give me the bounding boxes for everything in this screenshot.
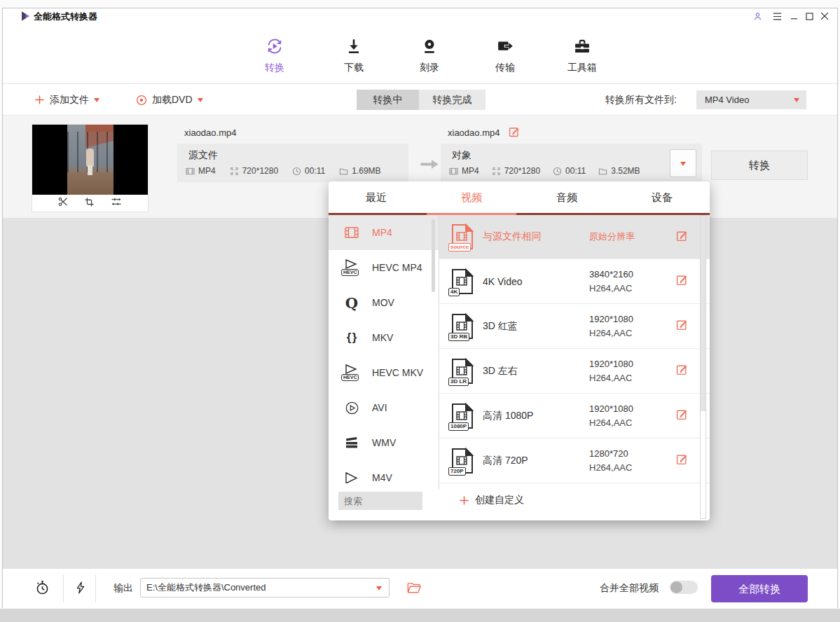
target-format-dropdown-button[interactable] — [670, 149, 696, 177]
clock-icon — [292, 167, 301, 176]
preset-3d-redblue[interactable]: 3D RB 3D 红蓝 1920*1080H264,AAC — [439, 303, 710, 348]
popup-tab-audio[interactable]: 音频 — [519, 181, 614, 213]
source-size: 1.69MB — [339, 166, 380, 176]
popup-tab-recent[interactable]: 最近 — [329, 181, 424, 213]
output-path-dropdown[interactable]: E:\全能格式转换器\Converted — [140, 578, 390, 597]
plus-icon — [34, 95, 45, 105]
format-item-mp4[interactable]: MP4 — [329, 215, 439, 250]
clock-icon — [553, 167, 562, 176]
merge-all-toggle[interactable] — [670, 581, 698, 594]
tab-finished[interactable]: 转换完成 — [419, 90, 486, 110]
preset-scrollbar[interactable] — [700, 215, 706, 519]
convert-all-button[interactable]: 全部转换 — [711, 575, 808, 602]
toolbox-icon — [544, 36, 621, 57]
preset-same-as-source[interactable]: source 与源文件相同 原始分辨率 — [439, 215, 710, 258]
convert-button[interactable]: 转换 — [711, 151, 808, 180]
preset-3d-leftright[interactable]: 3D LR 3D 左右 1920*1080H264,AAC — [439, 348, 710, 393]
chevron-down-icon — [794, 98, 799, 105]
minimize-button[interactable] — [787, 11, 800, 22]
target-format: MP4 — [449, 166, 479, 176]
source-resolution: 720*1280 — [230, 166, 278, 176]
preset-hd-720p[interactable]: 720P 高清 720P 1280*720H264,AAC — [439, 438, 710, 483]
cut-icon[interactable] — [57, 196, 69, 210]
folder-icon — [598, 167, 607, 176]
format-item-mkv[interactable]: { } MKV — [329, 320, 439, 355]
bottom-bar: 输出 E:\全能格式转换器\Converted 合并全部视频 全部转换 — [3, 568, 837, 608]
menu-icon[interactable] — [771, 11, 783, 22]
close-button[interactable] — [818, 11, 831, 22]
crop-icon[interactable] — [84, 197, 95, 210]
edit-preset-icon[interactable] — [676, 319, 688, 333]
preset-hd-1080p[interactable]: 1080P 高清 1080P 1920*1080H264,AAC — [439, 393, 710, 438]
edit-preset-icon[interactable] — [676, 274, 688, 289]
merge-all-label: 合并全部视频 — [600, 582, 659, 595]
edit-preset-icon[interactable] — [676, 408, 688, 423]
account-icon[interactable] — [751, 11, 764, 22]
tab-toolbox[interactable]: 工具箱 — [544, 36, 621, 81]
format-item-hevc-mkv[interactable]: HEVC HEVC MKV — [329, 355, 439, 390]
target-size: 3.52MB — [598, 166, 640, 176]
divider — [95, 574, 96, 602]
high-speed-icon[interactable] — [71, 579, 90, 597]
source-box-title: 源文件 — [188, 149, 218, 162]
format-item-wmv[interactable]: WMV — [329, 425, 439, 460]
search-input[interactable] — [338, 492, 422, 510]
edit-preset-icon[interactable] — [676, 230, 688, 244]
chevron-down-icon — [680, 162, 686, 169]
effects-icon[interactable] — [110, 196, 123, 210]
open-folder-icon[interactable] — [405, 579, 423, 597]
output-label: 输出 — [113, 582, 133, 595]
popup-tab-video[interactable]: 视频 — [424, 181, 519, 213]
format-item-avi[interactable]: AVI — [329, 390, 439, 425]
format-list: MP4 HEVC HEVC MP4 Q MOV { } MKV HEVC HEV — [329, 215, 439, 489]
create-custom-button[interactable]: 创建自定义 — [459, 494, 524, 506]
transfer-icon — [467, 36, 544, 57]
preset-icon: 3D RB — [450, 313, 474, 340]
preset-icon: 3D LR — [450, 358, 474, 385]
output-format-value: MP4 Video — [705, 95, 749, 105]
target-info-box: 对象 MP4 720*1280 00:11 3.52MB — [441, 144, 702, 182]
app-window: 全能格式转换器 转换 — [2, 8, 838, 608]
chevron-down-icon — [94, 98, 99, 105]
resolution-icon — [492, 167, 501, 176]
preset-icon: 1080P — [450, 403, 474, 429]
target-duration: 00:11 — [553, 166, 586, 176]
wmv-icon — [341, 435, 362, 450]
schedule-icon[interactable] — [33, 579, 51, 597]
target-box-title: 对象 — [452, 149, 471, 162]
video-thumbnail[interactable] — [32, 125, 148, 212]
edit-preset-icon[interactable] — [676, 453, 688, 468]
tab-converting[interactable]: 转换中 — [357, 90, 419, 110]
tab-convert[interactable]: 转换 — [236, 36, 313, 81]
maximize-button[interactable] — [803, 11, 815, 22]
preset-list: source 与源文件相同 原始分辨率 4K 4K Video 3840*216… — [439, 215, 710, 489]
create-custom-label: 创建自定义 — [475, 494, 524, 506]
format-list-scrollbar[interactable] — [432, 219, 435, 292]
divider — [63, 574, 64, 602]
tab-toolbox-label: 工具箱 — [544, 62, 621, 74]
target-resolution: 720*1280 — [492, 166, 540, 176]
source-format: MP4 — [186, 166, 216, 176]
chevron-down-icon — [198, 98, 203, 105]
format-item-m4v[interactable]: M4V — [329, 460, 439, 489]
tab-download[interactable]: 下载 — [315, 36, 392, 81]
load-dvd-button[interactable]: 加载DVD — [136, 84, 203, 116]
target-filename: xiaodao.mp4 — [448, 127, 500, 138]
tab-burn[interactable]: 刻录 — [391, 36, 468, 81]
format-item-hevc-mp4[interactable]: HEVC HEVC MP4 — [329, 250, 439, 285]
tab-transfer[interactable]: 传输 — [467, 36, 544, 81]
preset-4k-video[interactable]: 4K 4K Video 3840*2160H264,AAC — [439, 258, 710, 303]
edit-preset-icon[interactable] — [676, 364, 688, 378]
avi-icon — [341, 401, 362, 415]
tab-download-label: 下载 — [315, 62, 392, 74]
download-icon — [315, 36, 392, 57]
rename-icon[interactable] — [509, 126, 520, 140]
popup-tab-device[interactable]: 设备 — [614, 181, 710, 213]
add-file-button[interactable]: 添加文件 — [34, 84, 99, 116]
tab-transfer-label: 传输 — [467, 62, 544, 74]
format-item-mov[interactable]: Q MOV — [329, 285, 439, 320]
mov-icon: Q — [341, 294, 362, 312]
chevron-down-icon — [376, 586, 382, 593]
tab-burn-label: 刻录 — [391, 62, 468, 74]
output-format-dropdown[interactable]: MP4 Video — [696, 90, 806, 109]
